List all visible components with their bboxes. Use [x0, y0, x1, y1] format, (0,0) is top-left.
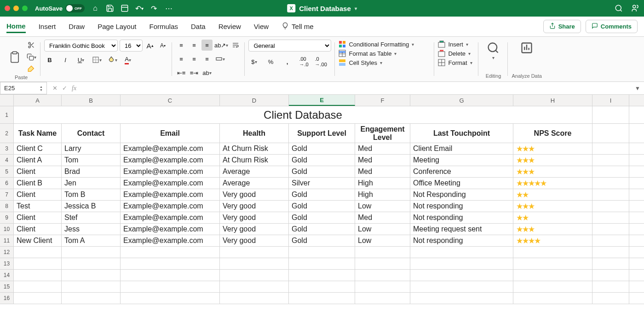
tab-review[interactable]: Review: [218, 21, 241, 32]
cell[interactable]: [410, 270, 513, 281]
cell[interactable]: Low: [355, 201, 410, 212]
align-top-button[interactable]: ≡: [176, 40, 187, 51]
cell[interactable]: Example@example.com: [121, 178, 220, 189]
align-bottom-button[interactable]: ≡: [201, 40, 213, 51]
column-header-B[interactable]: B: [62, 95, 121, 106]
cell[interactable]: [355, 281, 410, 292]
underline-button[interactable]: U▾: [75, 54, 86, 65]
cell[interactable]: [62, 258, 121, 269]
cell[interactable]: [513, 281, 592, 292]
cell[interactable]: [592, 270, 629, 281]
analyze-data-button[interactable]: [516, 40, 538, 56]
cell[interactable]: [410, 281, 513, 292]
font-size-select[interactable]: 16: [120, 40, 143, 52]
copy-button[interactable]: ▾: [26, 52, 37, 63]
cell[interactable]: [289, 247, 355, 258]
cell[interactable]: Very good: [220, 224, 289, 235]
comma-button[interactable]: ,: [282, 56, 293, 67]
cell[interactable]: Gold: [289, 201, 355, 212]
cell[interactable]: Example@example.com: [121, 212, 220, 223]
header-cell[interactable]: Health: [220, 124, 289, 143]
close-window-button[interactable]: [5, 6, 10, 11]
number-format-select[interactable]: General: [248, 40, 331, 52]
percent-button[interactable]: %: [265, 56, 276, 67]
cell[interactable]: [592, 281, 629, 292]
cell[interactable]: [592, 124, 629, 143]
row-header-8[interactable]: 8: [0, 201, 13, 212]
format-cells-button[interactable]: Format▾: [438, 58, 475, 67]
align-middle-button[interactable]: ≡: [189, 40, 200, 51]
cell[interactable]: Gold: [289, 155, 355, 166]
cell[interactable]: High: [355, 189, 410, 200]
home-icon[interactable]: ⌂: [91, 4, 99, 12]
cell[interactable]: [289, 281, 355, 292]
cell[interactable]: [14, 293, 62, 304]
cell[interactable]: [410, 258, 513, 269]
cell[interactable]: ★★★: [513, 224, 592, 235]
cut-button[interactable]: [26, 40, 37, 51]
borders-button[interactable]: ▾: [91, 54, 102, 65]
cell[interactable]: Meeting: [410, 155, 513, 166]
align-left-button[interactable]: ≡: [176, 53, 187, 64]
conditional-formatting-button[interactable]: Conditional Formatting▾: [339, 40, 431, 49]
header-cell[interactable]: Contact: [62, 124, 121, 143]
tell-me[interactable]: Tell me: [282, 20, 314, 33]
column-header-E[interactable]: E: [289, 95, 355, 106]
share-button[interactable]: Share: [543, 20, 581, 33]
tab-home[interactable]: Home: [6, 20, 26, 33]
cell[interactable]: [592, 224, 629, 235]
editing-button[interactable]: ▾: [482, 40, 504, 62]
insert-cells-button[interactable]: Insert▾: [438, 40, 475, 49]
cell[interactable]: Not Responding: [410, 189, 513, 200]
cell[interactable]: Med: [355, 166, 410, 177]
cell[interactable]: [592, 258, 629, 269]
cell[interactable]: ★★★★★: [513, 178, 592, 189]
cell[interactable]: Client B: [14, 178, 62, 189]
select-all-corner[interactable]: [0, 95, 14, 106]
cell[interactable]: [289, 270, 355, 281]
cell[interactable]: Client: [14, 212, 62, 223]
cell[interactable]: [289, 258, 355, 269]
cell[interactable]: Very good: [220, 201, 289, 212]
cell[interactable]: [592, 143, 629, 154]
cell[interactable]: Client: [14, 189, 62, 200]
column-header-C[interactable]: C: [121, 95, 220, 106]
cell[interactable]: Client: [14, 224, 62, 235]
cell[interactable]: Med: [355, 212, 410, 223]
cell[interactable]: Average: [220, 178, 289, 189]
cell[interactable]: Example@example.com: [121, 201, 220, 212]
paste-button[interactable]: [6, 47, 24, 67]
cell[interactable]: Jen: [62, 178, 121, 189]
cell[interactable]: Office Meeting: [410, 178, 513, 189]
cell[interactable]: [592, 201, 629, 212]
cell[interactable]: [220, 258, 289, 269]
fx-icon[interactable]: fx: [72, 85, 76, 92]
cell[interactable]: [513, 247, 592, 258]
row-header-4[interactable]: 4: [0, 155, 13, 166]
cell[interactable]: Test: [14, 201, 62, 212]
orientation-button[interactable]: ab↗▾: [214, 40, 228, 51]
cell[interactable]: Jess: [62, 224, 121, 235]
cell[interactable]: Larry: [62, 143, 121, 154]
minimize-window-button[interactable]: [13, 6, 19, 11]
cell[interactable]: Very good: [220, 189, 289, 200]
cell[interactable]: ★★★: [513, 166, 592, 177]
cell[interactable]: [220, 293, 289, 304]
decrease-indent-button[interactable]: ⇤≡: [176, 67, 187, 78]
cell[interactable]: Very good: [220, 212, 289, 223]
cell[interactable]: Very good: [220, 235, 289, 246]
format-as-table-button[interactable]: Format as Table▾: [339, 49, 431, 58]
tab-page-layout[interactable]: Page Layout: [98, 21, 136, 32]
cell[interactable]: At Churn Risk: [220, 155, 289, 166]
document-title[interactable]: X Client Database ▾: [287, 4, 357, 12]
column-header-D[interactable]: D: [220, 95, 289, 106]
cell[interactable]: [513, 258, 592, 269]
increase-indent-button[interactable]: ≡⇥: [189, 67, 200, 78]
cell[interactable]: [410, 247, 513, 258]
cell[interactable]: ★★: [513, 189, 592, 200]
column-header-G[interactable]: G: [410, 95, 513, 106]
cell[interactable]: High: [355, 178, 410, 189]
delete-cells-button[interactable]: Delete▾: [438, 49, 475, 58]
cell[interactable]: [220, 270, 289, 281]
column-header-I[interactable]: I: [592, 95, 629, 106]
